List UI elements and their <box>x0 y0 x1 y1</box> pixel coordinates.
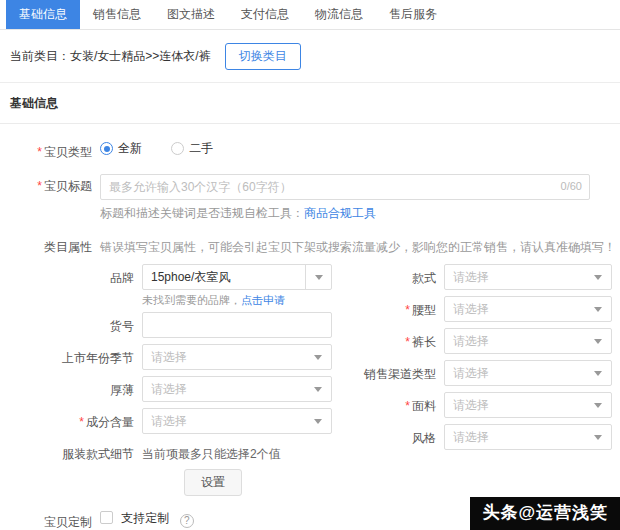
brand-hint: 未找到需要的品牌， <box>142 294 241 306</box>
launch-season-select-value: 请选择 <box>143 349 305 366</box>
pants-length-select-value: 请选择 <box>445 333 585 350</box>
props-label: 类目属性 <box>10 235 100 256</box>
brand-select-value: 15phoe/衣室风 <box>143 269 305 286</box>
style-select-value: 请选择 <box>445 429 585 446</box>
pattern-select-value: 请选择 <box>445 269 585 286</box>
pants-length-label: 裤长 <box>342 328 444 354</box>
chevron-down-icon <box>585 361 611 385</box>
compliance-tool-link[interactable]: 商品合规工具 <box>304 206 376 220</box>
radio-icon <box>100 142 113 155</box>
tab-logistics-info[interactable]: 物流信息 <box>302 0 376 29</box>
chevron-down-icon <box>585 297 611 321</box>
switch-category-button[interactable]: 切换类目 <box>225 43 301 70</box>
tab-sales-info[interactable]: 销售信息 <box>80 0 154 29</box>
waist-type-label: 腰型 <box>342 296 444 322</box>
pants-length-select[interactable]: 请选择 <box>444 328 612 354</box>
basic-info-form: 宝贝类型 全新 二手 宝贝标题 0/60 标题和描述关键词是否违规自检工具：商品… <box>0 124 620 530</box>
category-bar: 当前类目：女装/女士精品>>连体衣/裤 切换类目 <box>0 30 620 83</box>
pattern-select[interactable]: 请选择 <box>444 264 612 290</box>
customize-label: 宝贝定制 <box>10 510 100 530</box>
radio-used[interactable]: 二手 <box>171 140 213 157</box>
fabric-select[interactable]: 请选择 <box>444 392 612 418</box>
sales-channel-select-value: 请选择 <box>445 365 585 382</box>
launch-season-select[interactable]: 请选择 <box>142 344 332 370</box>
title-label: 宝贝标题 <box>10 174 100 222</box>
props-warning: 错误填写宝贝属性，可能会引起宝贝下架或搜索流量减少，影响您的正常销售，请认真准确… <box>100 235 620 256</box>
launch-season-label: 上市年份季节 <box>10 344 142 370</box>
style-detail-note: 当前项最多只能选择2个值 <box>142 440 332 463</box>
chevron-down-icon <box>585 393 611 417</box>
composition-select-value: 请选择 <box>143 413 305 430</box>
brand-select[interactable]: 15phoe/衣室风 <box>142 264 332 290</box>
radio-new[interactable]: 全新 <box>100 140 142 157</box>
chevron-down-icon <box>305 345 331 369</box>
customize-checkbox[interactable]: 支持定制 <box>100 511 173 525</box>
tab-description[interactable]: 图文描述 <box>154 0 228 29</box>
chevron-down-icon <box>585 329 611 353</box>
chevron-down-icon <box>305 265 331 289</box>
brand-label: 品牌 <box>10 264 142 308</box>
chevron-down-icon <box>585 425 611 449</box>
title-counter: 0/60 <box>561 180 582 192</box>
top-tabbar: 基础信息 销售信息 图文描述 支付信息 物流信息 售后服务 <box>0 0 620 30</box>
section-title: 基础信息 <box>0 83 620 124</box>
thickness-select[interactable]: 请选择 <box>142 376 332 402</box>
thickness-label: 厚薄 <box>10 376 142 402</box>
chevron-down-icon <box>585 265 611 289</box>
pattern-label: 款式 <box>342 264 444 290</box>
chevron-down-icon <box>305 377 331 401</box>
customize-checkbox-label: 支持定制 <box>121 511 169 525</box>
item-type-label: 宝贝类型 <box>10 140 100 161</box>
sales-channel-label: 销售渠道类型 <box>342 360 444 386</box>
style-select[interactable]: 请选择 <box>444 424 612 450</box>
radio-used-label: 二手 <box>189 140 213 157</box>
item-number-input[interactable] <box>142 312 332 338</box>
current-category-label: 当前类目：女装/女士精品>>连体衣/裤 <box>10 48 211 65</box>
composition-select[interactable]: 请选择 <box>142 408 332 434</box>
tab-basic-info[interactable]: 基础信息 <box>6 0 80 29</box>
brand-apply-link[interactable]: 点击申请 <box>241 294 285 306</box>
style-detail-settings-button[interactable]: 设置 <box>184 469 242 496</box>
style-label: 风格 <box>342 424 444 450</box>
sales-channel-select[interactable]: 请选择 <box>444 360 612 386</box>
item-number-label: 货号 <box>10 312 142 338</box>
thickness-select-value: 请选择 <box>143 381 305 398</box>
fabric-select-value: 请选择 <box>445 397 585 414</box>
composition-label: 成分含量 <box>10 408 142 434</box>
tab-payment-info[interactable]: 支付信息 <box>228 0 302 29</box>
radio-icon <box>171 142 184 155</box>
chevron-down-icon <box>305 409 331 433</box>
waist-type-select[interactable]: 请选择 <box>444 296 612 322</box>
tab-aftersale-service[interactable]: 售后服务 <box>376 0 450 29</box>
style-detail-label: 服装款式细节 <box>10 440 142 496</box>
props-grid: 品牌 15phoe/衣室风 未找到需要的品牌，点击申请 货号 <box>10 264 620 496</box>
title-input[interactable] <box>100 174 590 200</box>
waist-type-select-value: 请选择 <box>445 301 585 318</box>
fabric-label: 面料 <box>342 392 444 418</box>
help-icon[interactable]: ? <box>180 514 194 528</box>
radio-new-label: 全新 <box>118 140 142 157</box>
watermark: 头条@运营浅笑 <box>470 497 620 530</box>
checkbox-icon <box>100 511 113 524</box>
title-hint: 标题和描述关键词是否违规自检工具： <box>100 206 304 220</box>
